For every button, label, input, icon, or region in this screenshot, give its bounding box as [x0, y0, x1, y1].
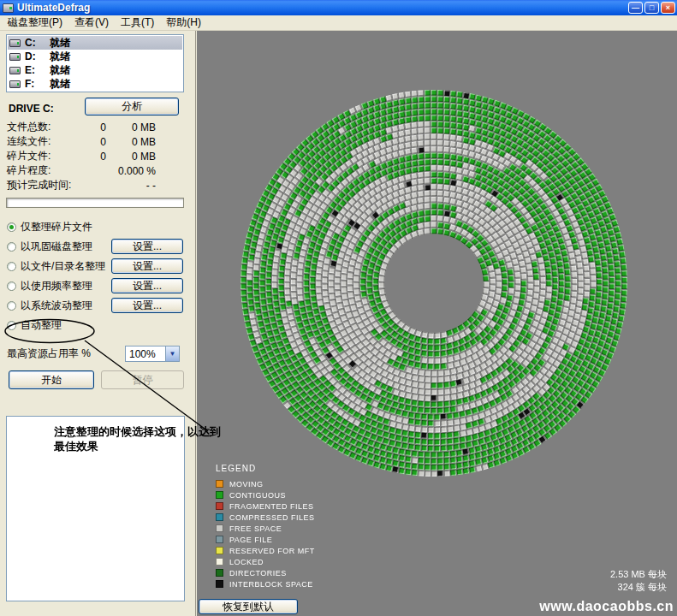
legend-items: MOVINGCONTIGUOUSFRAGMENTED FILESCOMPRESS… [216, 478, 315, 589]
legend-item: RESERVED FOR MFT [216, 545, 315, 556]
drive-row-c[interactable]: C:就绪 [8, 36, 182, 50]
resource-usage-label: 最高资源占用率 % [7, 346, 91, 361]
legend-label: COMPRESSED FILES [229, 513, 315, 522]
legend-item: FREE SPACE [216, 523, 315, 534]
chevron-down-icon[interactable]: ▼ [165, 346, 179, 361]
window-title: UltimateDefrag [17, 2, 628, 14]
stat-row: 预计完成时间:- - [7, 178, 187, 192]
stat-row: 碎片程度:0.000 % [7, 163, 187, 178]
maximize-icon[interactable]: □ [644, 2, 659, 14]
drive-label: DRIVE C: [9, 103, 54, 115]
analyze-button[interactable]: 分析 [85, 98, 179, 116]
radio-label: 以系统波动整理 [21, 299, 92, 313]
stat-size-value: 0 MB [106, 136, 156, 148]
radio-label: 以巩固磁盘整理 [21, 240, 92, 254]
window-controls: — □ × [628, 2, 675, 14]
drive-status: 就绪 [50, 50, 70, 64]
menu-item-1[interactable]: 查看(V) [68, 15, 115, 31]
stat-size-value: 0.000 % [106, 165, 156, 177]
stat-count-value: 0 [89, 136, 106, 148]
radio-icon[interactable] [7, 262, 16, 271]
radio-icon[interactable] [7, 222, 16, 232]
radio-option-1[interactable]: 以巩固磁盘整理 [7, 240, 92, 254]
settings-button-3[interactable]: 设置... [111, 278, 183, 293]
legend-swatch [216, 524, 223, 532]
legend-swatch [216, 502, 223, 510]
radio-label: 自动整理 [21, 318, 62, 333]
start-button[interactable]: 开始 [9, 370, 94, 389]
left-panel: C:就绪D:就绪E:就绪F:就绪 DRIVE C: 分析 文件总数:00 MB连… [0, 31, 196, 616]
stat-label: 连续文件: [7, 134, 89, 149]
pause-button: 暂停 [101, 370, 184, 389]
radio-option-5[interactable]: 自动整理 [7, 318, 62, 333]
menu-bar: 磁盘整理(P)查看(V)工具(T)帮助(H) [0, 15, 677, 31]
drive-row-e[interactable]: E:就绪 [8, 63, 182, 77]
radio-icon[interactable] [7, 301, 16, 311]
menu-item-0[interactable]: 磁盘整理(P) [2, 15, 68, 31]
legend-item: INTERBLOCK SPACE [216, 578, 315, 589]
disk-map-panel: LEGEND MOVINGCONTIGUOUSFRAGMENTED FILESC… [197, 31, 677, 616]
stat-row: 文件总数:00 MB [7, 120, 187, 134]
resource-usage-value: 100% [129, 348, 156, 360]
radio-icon[interactable] [7, 281, 16, 291]
legend-swatch [216, 513, 223, 521]
watermark: www.daocaobbs.cn [539, 599, 674, 614]
drive-icon [9, 39, 21, 47]
radio-icon[interactable] [7, 242, 16, 252]
legend-item: DIRECTORIES [216, 567, 315, 578]
settings-button-2[interactable]: 设置... [111, 258, 183, 274]
radio-icon[interactable] [7, 321, 16, 330]
legend: LEGEND MOVINGCONTIGUOUSFRAGMENTED FILESC… [216, 464, 315, 589]
drive-icon [9, 67, 21, 74]
menu-item-2[interactable]: 工具(T) [115, 15, 160, 31]
resource-usage-select[interactable]: 100% ▼ [125, 346, 180, 362]
legend-label: RESERVED FOR MFT [229, 547, 315, 555]
drive-row-f[interactable]: F:就绪 [8, 77, 182, 91]
radio-option-4[interactable]: 以系统波动整理 [7, 299, 92, 313]
legend-item: FRAGMENTED FILES [216, 500, 315, 512]
legend-item: PAGE FILE [216, 534, 315, 545]
radio-option-row-3: 以使用频率整理设置... [0, 276, 196, 296]
drive-letter: D: [25, 50, 45, 62]
legend-item: CONTIGUOUS [216, 489, 315, 500]
stat-row: 碎片文件:00 MB [7, 149, 187, 163]
drive-letter: E: [25, 64, 45, 76]
legend-swatch [216, 547, 223, 554]
legend-label: LOCKED [229, 558, 264, 566]
reset-default-button[interactable]: 恢复到默认 [199, 599, 298, 614]
drive-letter: C: [25, 37, 45, 49]
drive-icon [9, 53, 21, 61]
settings-button-4[interactable]: 设置... [111, 298, 183, 313]
settings-button-1[interactable]: 设置... [111, 239, 183, 254]
cluster-size-text: 324 簇 每块 [610, 581, 667, 594]
radio-option-3[interactable]: 以使用频率整理 [7, 279, 92, 293]
radio-option-row-0: 仅整理碎片文件 [0, 217, 196, 237]
radio-option-row-2: 以文件/目录名整理设置... [0, 257, 196, 276]
stat-label: 碎片程度: [7, 163, 89, 178]
resource-usage-row: 最高资源占用率 % 100% ▼ [7, 346, 188, 362]
legend-label: PAGE FILE [229, 536, 272, 544]
stat-size-value: - - [106, 180, 156, 192]
drive-stats: 文件总数:00 MB连续文件:00 MB碎片文件:00 MB碎片程度:0.000… [7, 120, 187, 192]
radio-option-0[interactable]: 仅整理碎片文件 [7, 220, 92, 234]
close-icon[interactable]: × [661, 2, 675, 14]
legend-label: DIRECTORIES [229, 569, 287, 578]
title-bar: UltimateDefrag — □ × [0, 0, 677, 15]
legend-item: MOVING [216, 478, 315, 489]
legend-swatch [216, 536, 223, 543]
radio-label: 以使用频率整理 [21, 279, 92, 293]
drive-list: C:就绪D:就绪E:就绪F:就绪 [6, 34, 184, 92]
legend-label: FRAGMENTED FILES [229, 502, 314, 511]
radio-label: 以文件/目录名整理 [21, 259, 105, 274]
stat-size-value: 0 MB [106, 121, 156, 133]
legend-item: COMPRESSED FILES [216, 512, 315, 523]
menu-item-3[interactable]: 帮助(H) [160, 15, 207, 31]
stat-count-value: 0 [89, 151, 106, 163]
defrag-options: 仅整理碎片文件以巩固磁盘整理设置...以文件/目录名整理设置...以使用频率整理… [0, 217, 196, 335]
drive-row-d[interactable]: D:就绪 [8, 50, 182, 63]
drive-status: 就绪 [50, 77, 70, 92]
minimize-icon[interactable]: — [628, 2, 643, 14]
legend-label: FREE SPACE [229, 524, 282, 533]
radio-option-2[interactable]: 以文件/目录名整理 [7, 259, 105, 274]
legend-swatch [216, 480, 223, 488]
